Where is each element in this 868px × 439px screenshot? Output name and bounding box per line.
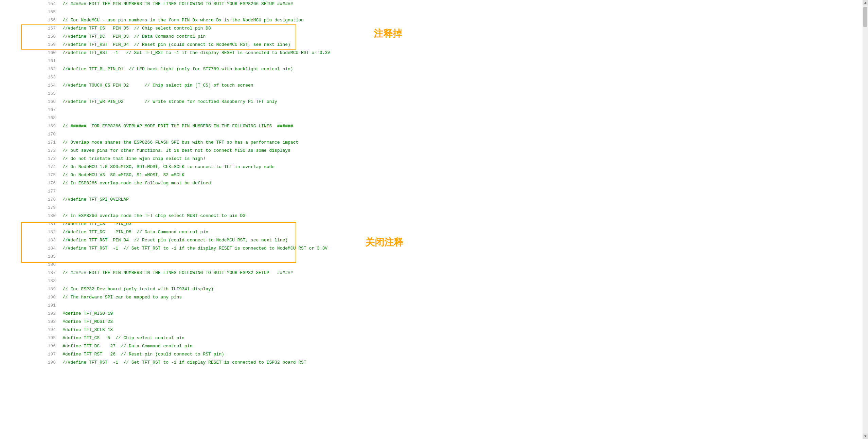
line-code — [61, 261, 868, 269]
table-row: 183//#define TFT_RST PIN_D4 // Reset pin… — [0, 236, 868, 244]
line-code: //#define TFT_RST -1 // Set TFT_RST to -… — [61, 244, 868, 253]
line-code: #define TFT_MOSI 23 — [61, 318, 868, 326]
line-number: 172 — [0, 147, 61, 155]
line-code: #define TFT_SCLK 18 — [61, 326, 868, 334]
line-code: //#define TFT_DC PIN_D3 // Data Command … — [61, 33, 868, 41]
line-code: #define TFT_DC 27 // Data Command contro… — [61, 342, 868, 350]
table-row: 176// In ESP8266 overlap mode the follow… — [0, 179, 868, 187]
line-code: //#define TFT_CS PIN_D3 — [61, 220, 868, 228]
line-code: //#define TFT_BL PIN_D1 // LED back-ligh… — [61, 65, 868, 73]
code-area: 154// ###### EDIT THE PIN NUMBERS IN THE… — [0, 0, 868, 367]
line-number: 176 — [0, 179, 61, 187]
table-row: 161 — [0, 57, 868, 65]
line-code: // In ESP8266 overlap mode the following… — [61, 179, 868, 187]
line-code — [61, 106, 868, 114]
line-code: // For NodeMCU - use pin numbers in the … — [61, 16, 868, 24]
line-code: // The hardware SPI can be mapped to any… — [61, 293, 868, 301]
table-row: 190// The hardware SPI can be mapped to … — [0, 293, 868, 301]
table-row: 157//#define TFT_CS PIN_D5 // Chip selec… — [0, 24, 868, 33]
line-code — [61, 301, 868, 310]
table-row: 188 — [0, 277, 868, 285]
table-row: 165 — [0, 90, 868, 98]
line-number: 158 — [0, 33, 61, 41]
line-code: //#define TFT_RST -1 // Set TFT_RST to -… — [61, 49, 868, 57]
line-number: 191 — [0, 301, 61, 310]
line-number: 160 — [0, 49, 61, 57]
line-number: 166 — [0, 98, 61, 106]
line-number: 197 — [0, 350, 61, 359]
table-row: 193#define TFT_MOSI 23 — [0, 318, 868, 326]
line-number: 192 — [0, 310, 61, 318]
line-code: //#define TFT_RST PIN_D4 // Reset pin (c… — [61, 41, 868, 49]
table-row: 160//#define TFT_RST -1 // Set TFT_RST t… — [0, 49, 868, 57]
table-row: 154// ###### EDIT THE PIN NUMBERS IN THE… — [0, 0, 868, 8]
line-number: 186 — [0, 261, 61, 269]
line-code: // ###### EDIT THE PIN NUMBERS IN THE LI… — [61, 0, 868, 8]
line-number: 183 — [0, 236, 61, 244]
line-number: 188 — [0, 277, 61, 285]
line-code — [61, 73, 868, 81]
line-number: 175 — [0, 171, 61, 179]
line-number: 154 — [0, 0, 61, 8]
line-number: 170 — [0, 130, 61, 139]
line-code: // ###### FOR ESP8266 OVERLAP MODE EDIT … — [61, 122, 868, 130]
line-number: 155 — [0, 8, 61, 16]
line-code — [61, 253, 868, 261]
table-row: 166//#define TFT_WR PIN_D2 // Write stro… — [0, 98, 868, 106]
table-row: 186 — [0, 261, 868, 269]
line-code — [61, 187, 868, 196]
table-row: 185 — [0, 253, 868, 261]
line-code: //#define TFT_CS PIN_D5 // Chip select c… — [61, 24, 868, 33]
table-row: 164//#define TOUCH_CS PIN_D2 // Chip sel… — [0, 81, 868, 90]
line-number: 159 — [0, 41, 61, 49]
table-row: 179 — [0, 204, 868, 212]
scroll-down-button[interactable]: ▼ — [863, 434, 868, 439]
line-code — [61, 114, 868, 122]
line-number: 190 — [0, 293, 61, 301]
table-row: 155 — [0, 8, 868, 16]
table-row: 175// On NodeMCU V3 S0 =MISO, S1 =MOSI, … — [0, 171, 868, 179]
line-code: // For ESP32 Dev board (only tested with… — [61, 285, 868, 293]
scroll-up-button[interactable]: ▲ — [863, 0, 868, 5]
table-row: 168 — [0, 114, 868, 122]
table-row: 198//#define TFT_RST -1 // Set TFT_RST t… — [0, 359, 868, 367]
table-row: 174// On NodeMCU 1.0 SD0=MISO, SD1=MOSI,… — [0, 163, 868, 171]
line-number: 167 — [0, 106, 61, 114]
line-code: // Overlap mode shares the ESP8266 FLASH… — [61, 139, 868, 147]
line-code — [61, 277, 868, 285]
line-code: #define TFT_MISO 19 — [61, 310, 868, 318]
line-number: 162 — [0, 65, 61, 73]
table-row: 172// but saves pins for other functions… — [0, 147, 868, 155]
line-code: //#define TOUCH_CS PIN_D2 // Chip select… — [61, 81, 868, 90]
line-code — [61, 90, 868, 98]
line-code — [61, 204, 868, 212]
table-row: 158//#define TFT_DC PIN_D3 // Data Comma… — [0, 33, 868, 41]
scroll-thumb[interactable] — [863, 7, 867, 27]
line-code: // On NodeMCU 1.0 SD0=MISO, SD1=MOSI, CL… — [61, 163, 868, 171]
table-row: 181//#define TFT_CS PIN_D3 — [0, 220, 868, 228]
line-number: 164 — [0, 81, 61, 90]
table-row: 189// For ESP32 Dev board (only tested w… — [0, 285, 868, 293]
line-code: #define TFT_RST 26 // Reset pin (could c… — [61, 350, 868, 359]
line-code: // do not tristate that line wjen chip s… — [61, 155, 868, 163]
line-number: 198 — [0, 359, 61, 367]
line-code: //#define TFT_RST PIN_D4 // Reset pin (c… — [61, 236, 868, 244]
line-code: #define TFT_CS 5 // Chip select control … — [61, 334, 868, 342]
line-number: 168 — [0, 114, 61, 122]
line-number: 157 — [0, 24, 61, 33]
line-code: // On NodeMCU V3 S0 =MISO, S1 =MOSI, S2 … — [61, 171, 868, 179]
line-number: 193 — [0, 318, 61, 326]
table-row: 167 — [0, 106, 868, 114]
line-number: 173 — [0, 155, 61, 163]
line-code — [61, 57, 868, 65]
line-number: 180 — [0, 212, 61, 220]
line-number: 185 — [0, 253, 61, 261]
table-row: 171// Overlap mode shares the ESP8266 FL… — [0, 139, 868, 147]
line-number: 196 — [0, 342, 61, 350]
vertical-scrollbar[interactable]: ▲ ▼ — [863, 0, 868, 439]
table-row: 192#define TFT_MISO 19 — [0, 310, 868, 318]
table-row: 169// ###### FOR ESP8266 OVERLAP MODE ED… — [0, 122, 868, 130]
line-code: //#define TFT_DC PIN_D5 // Data Command … — [61, 228, 868, 236]
code-wrapper: 154// ###### EDIT THE PIN NUMBERS IN THE… — [0, 0, 868, 439]
code-table: 154// ###### EDIT THE PIN NUMBERS IN THE… — [0, 0, 868, 367]
